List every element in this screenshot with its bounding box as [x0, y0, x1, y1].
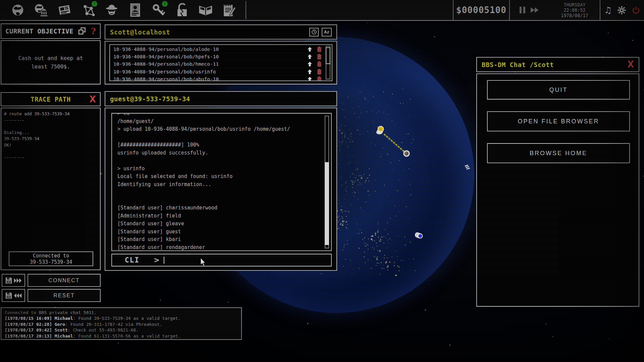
sort-by-time-icon[interactable] [309, 28, 319, 37]
file-path: 10-936-4088-94/personal/bob/hmeco-11 [113, 61, 303, 67]
quit-button[interactable]: QUIT [487, 80, 630, 100]
file-path: 10-936-4088-94/personal/bob/usrinfo [113, 69, 303, 74]
toolbar-divider [246, 1, 246, 19]
stealth-icon[interactable] [104, 2, 119, 18]
cli-label: CLI [125, 256, 140, 264]
term-line: > usrinfo [117, 165, 326, 173]
upload-file-icon[interactable] [307, 54, 312, 59]
delete-file-icon[interactable] [317, 47, 322, 52]
browse-home-button[interactable]: BROWSE HOME [487, 143, 630, 163]
chat-log-line: [1978/08/17 09:42] Scott: Check out 55-4… [5, 327, 238, 333]
bbs-chat-panel: QUIT OPEN FILE BROWSER BROWSE HOME [476, 73, 639, 307]
sort-alphabetical-icon[interactable]: Az [322, 28, 332, 37]
reset-button[interactable]: RESET [28, 289, 101, 302]
save-route-icon[interactable] [2, 274, 25, 287]
objective-title: CURRENT OBJECTIVE [5, 27, 73, 35]
term-line: > cd [117, 113, 326, 118]
files-header: Scott@localhost Az [105, 24, 337, 40]
file-row[interactable]: 10-936-4088-94/personal/bob/hmeco-11 [113, 61, 322, 68]
terminal-scrollbar-thumb[interactable] [325, 162, 329, 245]
money-display: $00005100 [453, 0, 510, 20]
terminal-output[interactable]: > cd/home/guest/> upload 10-936-4088-94/… [111, 113, 332, 251]
file-path: 10-936-4088-94/personal/bob/abufo-10 [113, 76, 303, 81]
rewind-chevrons-icon [13, 293, 22, 299]
cli-input-bar[interactable]: CLI > [111, 254, 332, 266]
forward-chevrons-icon [13, 278, 22, 284]
connected-address: 39-533-7539-34 [9, 259, 93, 265]
connect-button[interactable]: CONNECT [28, 274, 101, 287]
clock: THURSDAY 22:08:52 1978/08/17 [549, 0, 600, 20]
contracts-icon[interactable] [127, 2, 143, 18]
bbs-chat-log[interactable]: Connected to BBS private chat 5011.[1978… [1, 307, 242, 340]
money-value: $00005100 [456, 5, 506, 15]
files-panel: 10-936-4088-94/personal/bob/alode-10 10-… [105, 41, 337, 84]
files-scrollbar-thumb[interactable] [326, 47, 330, 64]
floppy-disk-icon [5, 277, 12, 284]
news-icon[interactable] [57, 2, 72, 18]
map-node-money[interactable] [375, 125, 386, 137]
terminal-scrollbar[interactable] [325, 116, 329, 248]
trace-close-icon[interactable]: X [90, 95, 96, 104]
bbs-close-icon[interactable]: X [628, 60, 634, 69]
trace-line [4, 148, 97, 155]
map-node-data[interactable] [414, 231, 424, 241]
clock-date: 1978/08/17 [561, 13, 588, 18]
term-line [117, 157, 326, 165]
file-row[interactable]: 10-936-4088-94/personal/bob/abufo-10 [113, 76, 322, 81]
delete-file-icon[interactable] [317, 76, 322, 81]
file-path: 10-936-4088-94/personal/bob/alode-10 [113, 47, 303, 52]
file-list: 10-936-4088-94/personal/bob/alode-10 10-… [109, 44, 332, 81]
trace-line: -------- [4, 155, 97, 161]
delete-file-icon[interactable] [317, 61, 322, 67]
game-screen: ! ! $00005100 [0, 0, 644, 362]
pause-icon[interactable] [520, 7, 525, 13]
objective-help-icon[interactable]: ? [91, 26, 96, 36]
map-node-relay[interactable] [465, 165, 471, 171]
term-line [117, 196, 326, 204]
keys-icon[interactable]: ! [151, 2, 166, 18]
term-line [117, 133, 326, 141]
keys-notification-badge: ! [162, 1, 168, 7]
term-line: usrinfo uploaded successfully. [117, 149, 326, 157]
file-row[interactable]: 10-936-4088-94/personal/bob/alode-10 [113, 46, 322, 53]
text-caret [164, 257, 164, 264]
term-line: [Standard user] guest [117, 228, 326, 236]
bank-icon[interactable] [34, 2, 49, 18]
open-file-browser-button[interactable]: OPEN FILE BROWSER [487, 111, 630, 131]
term-line: [Standard user] kbari [117, 236, 326, 244]
term-line: [Standard user] gleave [117, 220, 326, 228]
music-icon[interactable]: ♫ [604, 6, 612, 14]
notes-icon[interactable] [221, 2, 237, 18]
file-path: 10-936-4088-94/personal/bob/hpefs-10 [113, 54, 303, 59]
chat-log-line: [1978/08/15 16:09] Michael: Found 39-533… [5, 315, 238, 321]
term-line: /home/guest/ [117, 118, 326, 126]
upload-file-icon[interactable] [307, 69, 312, 74]
upload-file-icon[interactable] [307, 47, 312, 52]
upload-file-icon[interactable] [307, 76, 312, 81]
connected-label: Connected to [9, 253, 93, 259]
cli-prompt: > [154, 256, 160, 264]
file-row[interactable]: 10-936-4088-94/personal/bob/hpefs-10 [113, 53, 322, 60]
world-map-icon[interactable] [10, 2, 25, 18]
trace-line [4, 123, 97, 130]
term-line [117, 188, 326, 196]
trace-line: OK! [4, 142, 97, 148]
delete-file-icon[interactable] [317, 54, 322, 59]
trace-line: Dialing... [4, 130, 97, 136]
term-line: Local file selected and found: usrinfo [117, 173, 326, 181]
settings-gear-icon[interactable] [617, 6, 626, 15]
fast-forward-icon[interactable] [530, 7, 540, 13]
top-bar-right: $00005100 THURSDAY 22:08:52 1978/08/17 ♫ [453, 0, 644, 20]
power-icon[interactable] [632, 6, 640, 14]
popout-window-icon[interactable] [78, 27, 86, 35]
file-row[interactable]: 10-936-4088-94/personal/bob/usrinfo [113, 68, 322, 75]
delete-file-icon[interactable] [317, 69, 322, 74]
network-icon[interactable]: ! [80, 2, 96, 18]
learning-icon[interactable] [198, 2, 213, 18]
terminal-header: guest@39-533-7539-34 [105, 91, 337, 106]
upload-file-icon[interactable] [307, 61, 312, 67]
map-node-target[interactable] [402, 149, 411, 159]
files-scrollbar[interactable] [326, 46, 330, 79]
cracking-icon[interactable] [174, 2, 190, 18]
load-route-icon[interactable] [2, 289, 25, 302]
